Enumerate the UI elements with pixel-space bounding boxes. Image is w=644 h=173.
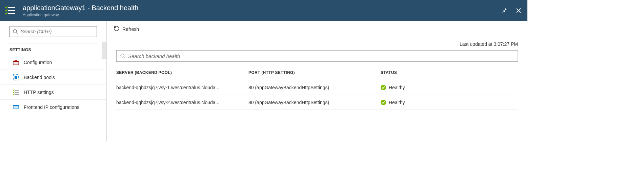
backend-health-search[interactable] [116, 50, 518, 62]
sidebar-item-configuration[interactable]: Configuration [0, 55, 106, 70]
svg-line-18 [124, 57, 125, 58]
status-label: Healthy [389, 85, 405, 90]
cell-status: Healthy [381, 85, 518, 90]
cell-status: Healthy [381, 100, 518, 105]
search-icon [13, 29, 18, 34]
configuration-icon [13, 59, 19, 65]
close-button[interactable] [514, 6, 523, 15]
sidebar-item-http-settings[interactable]: HTTP settings [0, 85, 106, 100]
backend-health-search-input[interactable] [128, 53, 514, 59]
http-settings-icon [13, 89, 19, 95]
sidebar-item-label: Configuration [24, 60, 52, 65]
pin-button[interactable] [500, 6, 509, 15]
cell-server: backend-qghdzsjq7jvsy-1.westcentralus.cl… [116, 85, 248, 90]
column-header-port[interactable]: PORT (HTTP SETTING) [248, 70, 381, 75]
column-header-status[interactable]: STATUS [381, 70, 518, 75]
sidebar-item-label: Frontend IP configurations [24, 104, 79, 110]
refresh-button[interactable]: Refresh [114, 25, 139, 33]
backend-pools-icon [13, 74, 19, 80]
svg-rect-16 [13, 105, 19, 106]
status-healthy-icon [381, 85, 386, 90]
svg-point-5 [13, 30, 17, 33]
table-row[interactable]: backend-qghdzsjq7jvsy-2.westcentralus.cl… [116, 95, 518, 110]
last-updated-text: Last updated at 3:07:27 PM [107, 37, 527, 47]
column-header-server[interactable]: SERVER (BACKEND POOL) [116, 70, 248, 75]
backend-health-table: SERVER (BACKEND POOL) PORT (HTTP SETTING… [116, 65, 518, 110]
sidebar-item-label: Backend pools [24, 75, 55, 80]
sidebar-search[interactable] [9, 26, 97, 37]
cell-port: 80 (appGatewayBackendHttpSettings) [248, 100, 381, 105]
svg-point-17 [121, 54, 124, 57]
sidebar-item-frontend-ip[interactable]: Frontend IP configurations [0, 100, 106, 115]
backend-health-icon [5, 5, 17, 16]
status-label: Healthy [389, 100, 405, 105]
sidebar-item-label: HTTP settings [24, 90, 54, 95]
sidebar-search-input[interactable] [21, 29, 94, 34]
blade-header: applicationGateway1 - Backend health App… [0, 0, 527, 21]
status-healthy-icon [381, 100, 386, 105]
svg-rect-11 [15, 76, 17, 79]
refresh-label: Refresh [122, 26, 139, 32]
svg-rect-8 [13, 61, 19, 62]
svg-rect-9 [15, 60, 17, 61]
cell-port: 80 (appGatewayBackendHttpSettings) [248, 85, 381, 90]
sidebar-item-backend-pools[interactable]: Backend pools [0, 70, 106, 85]
sidebar-heading-settings: SETTINGS [9, 47, 97, 52]
toolbar: Refresh [107, 21, 527, 37]
scrollbar-thumb[interactable] [102, 42, 106, 59]
divider [9, 43, 97, 43]
page-subtitle: Application gateway [23, 13, 500, 17]
table-header: SERVER (BACKEND POOL) PORT (HTTP SETTING… [116, 65, 518, 80]
cell-server: backend-qghdzsjq7jvsy-2.westcentralus.cl… [116, 100, 248, 105]
frontend-ip-icon [13, 104, 19, 110]
search-icon [120, 53, 125, 59]
svg-line-6 [16, 33, 18, 34]
main-content: Refresh Last updated at 3:07:27 PM SERVE… [107, 21, 527, 141]
refresh-icon [114, 25, 120, 33]
page-title: applicationGateway1 - Backend health [23, 4, 500, 12]
sidebar: SETTINGS Configuration Backend pools [0, 21, 107, 141]
table-row[interactable]: backend-qghdzsjq7jvsy-1.westcentralus.cl… [116, 80, 518, 95]
